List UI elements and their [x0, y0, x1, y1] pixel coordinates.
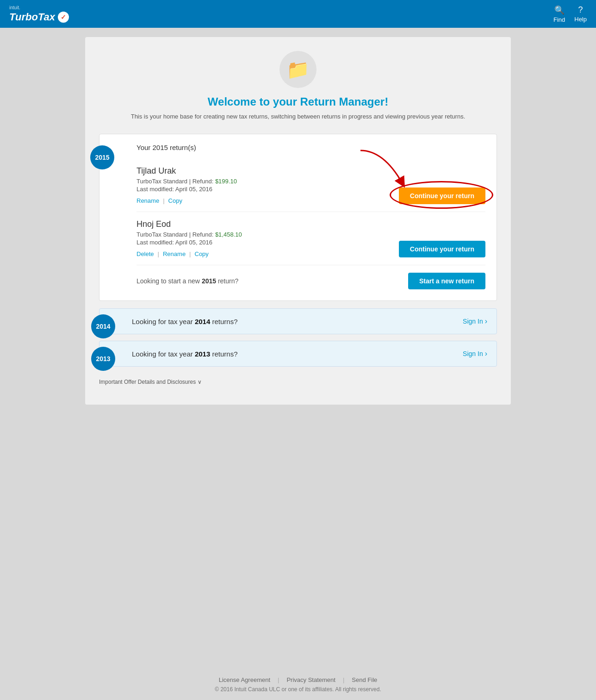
- return-2-delete-link[interactable]: Delete: [137, 250, 154, 257]
- welcome-section: 📁 Welcome to your Return Manager! This i…: [99, 51, 497, 129]
- page-container: 📁 Welcome to your Return Manager! This i…: [85, 37, 511, 405]
- header: intuit. TurboTax ✓ 🔍 Find ? Help: [0, 0, 596, 28]
- return-1-refund-label: Refund:: [192, 178, 214, 185]
- search-icon: 🔍: [554, 5, 565, 15]
- welcome-subtitle: This is your home base for creating new …: [99, 113, 497, 120]
- return-1-name: Tijlad Urak: [137, 166, 399, 176]
- intuit-label: intuit.: [9, 5, 69, 10]
- continue-return-1-button[interactable]: Continue your return: [399, 188, 485, 204]
- return-1-copy-link[interactable]: Copy: [168, 197, 182, 204]
- return-2-product: TurboTax Standard: [137, 231, 187, 238]
- send-file-link[interactable]: Send File: [352, 676, 377, 683]
- privacy-statement-link[interactable]: Privacy Statement: [286, 676, 335, 683]
- license-agreement-link[interactable]: License Agreement: [219, 676, 270, 683]
- year-2014-section: 2014 Looking for tax year 2014 returns? …: [99, 308, 497, 334]
- main-wrapper: 📁 Welcome to your Return Manager! This i…: [0, 28, 596, 669]
- year-2013-section: 2013 Looking for tax year 2013 returns? …: [99, 341, 497, 367]
- start-new-suffix: return?: [218, 277, 238, 285]
- help-icon: ?: [578, 5, 583, 15]
- start-new-return-button[interactable]: Start a new return: [408, 273, 485, 289]
- return-1-refund-amount: $199.10: [215, 178, 237, 185]
- header-nav: 🔍 Find ? Help: [553, 5, 587, 23]
- return-item-2-row: Hnoj Eod TurboTax Standard | Refund: $1,…: [137, 219, 485, 257]
- start-new-prefix: Looking to start a new: [137, 277, 200, 285]
- return-1-rename-link[interactable]: Rename: [137, 197, 159, 204]
- find-label: Find: [553, 16, 565, 23]
- return-1-product: TurboTax Standard: [137, 178, 187, 185]
- return-1-links: Rename | Copy: [137, 197, 399, 204]
- welcome-title: Welcome to your Return Manager!: [99, 95, 497, 108]
- year-2015-badge: 2015: [90, 145, 114, 169]
- disclosure-chevron-icon: ∨: [198, 379, 202, 385]
- footer-links: License Agreement | Privacy Statement | …: [7, 676, 589, 683]
- logo: intuit. TurboTax ✓: [9, 5, 69, 23]
- disclosure-label: Important Offer Details and Disclosures: [99, 379, 196, 385]
- return-2-date: Last modified: April 05, 2016: [137, 239, 399, 246]
- folder-icon: 📁: [286, 59, 310, 81]
- start-new-row: Looking to start a new 2015 return? Star…: [137, 265, 485, 291]
- year-2014-text: Looking for tax year 2014 returns?: [132, 318, 463, 325]
- return-2-rename-link[interactable]: Rename: [163, 250, 186, 257]
- folder-icon-wrap: 📁: [279, 51, 317, 88]
- year-2013-text: Looking for tax year 2013 returns?: [132, 350, 463, 358]
- return-2-refund-amount: $1,458.10: [215, 231, 242, 238]
- return-1-meta: TurboTax Standard | Refund: $199.10: [137, 178, 399, 185]
- return-2-meta: TurboTax Standard | Refund: $1,458.10: [137, 231, 399, 238]
- find-button[interactable]: 🔍 Find: [553, 5, 565, 23]
- year-2015-inner: Your 2015 return(s) Tijlad Urak TurboTax…: [99, 134, 497, 300]
- year-2015-heading: Your 2015 return(s): [137, 144, 485, 151]
- disclosure-toggle[interactable]: Important Offer Details and Disclosures …: [99, 373, 497, 391]
- return-item-2-right: Continue your return: [399, 241, 485, 257]
- return-1-date: Last modified: April 05, 2016: [137, 186, 399, 193]
- year-2013-badge: 2013: [91, 347, 115, 371]
- start-new-year: 2015: [202, 277, 216, 285]
- start-new-text: Looking to start a new 2015 return?: [137, 277, 238, 285]
- chevron-right-icon: ›: [485, 317, 487, 325]
- year-2014-signin[interactable]: Sign In ›: [463, 317, 487, 325]
- return-item-2-left: Hnoj Eod TurboTax Standard | Refund: $1,…: [137, 219, 399, 257]
- continue-return-2-button[interactable]: Continue your return: [399, 241, 485, 257]
- return-item-2: Hnoj Eod TurboTax Standard | Refund: $1,…: [137, 212, 485, 265]
- return-2-copy-link[interactable]: Copy: [195, 250, 209, 257]
- year-2014-badge: 2014: [91, 314, 115, 338]
- year-2013-signin[interactable]: Sign In ›: [463, 350, 487, 358]
- return-item-1-left: Tijlad Urak TurboTax Standard | Refund: …: [137, 166, 399, 204]
- return-item-1-right: Continue your return: [399, 188, 485, 204]
- brand-name: TurboTax: [9, 11, 55, 23]
- help-button[interactable]: ? Help: [574, 5, 587, 23]
- chevron-right-2-icon: ›: [485, 350, 487, 358]
- year-2013-signin-label: Sign In: [463, 350, 483, 357]
- return-2-links: Delete | Rename | Copy: [137, 250, 399, 257]
- return-item-1-row: Tijlad Urak TurboTax Standard | Refund: …: [137, 166, 485, 204]
- footer: License Agreement | Privacy Statement | …: [0, 669, 596, 700]
- return-item-1: Tijlad Urak TurboTax Standard | Refund: …: [137, 159, 485, 212]
- return-2-name: Hnoj Eod: [137, 219, 399, 229]
- year-2014-signin-label: Sign In: [463, 318, 483, 325]
- footer-copyright: © 2016 Intuit Canada ULC or one of its a…: [7, 686, 589, 693]
- check-icon: ✓: [58, 12, 69, 23]
- return-2-refund-label: Refund:: [192, 231, 214, 238]
- year-2015-section: 2015 Your 2015 return(s) Tijlad Urak Tur…: [99, 134, 497, 301]
- help-label: Help: [574, 16, 587, 23]
